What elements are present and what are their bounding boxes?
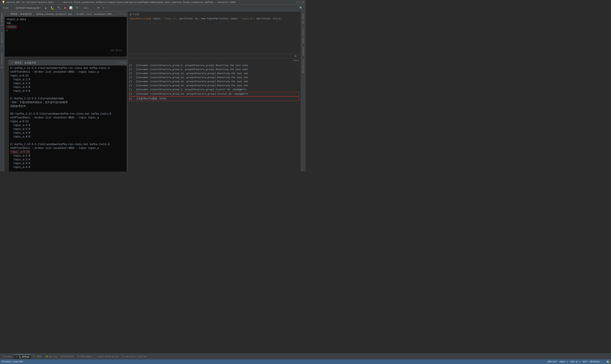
minimize-button[interactable]: ─ bbox=[296, 1, 297, 4]
search-everywhere-button[interactable]: 🔍 bbox=[298, 6, 304, 10]
offset-line-17: topic_a:4:0 bbox=[10, 135, 125, 139]
right-tab-rest[interactable]: RestServices bbox=[302, 59, 305, 73]
offset-blank-3 bbox=[10, 139, 125, 143]
window-controls: ─ □ ✕ bbox=[296, 1, 304, 4]
output-line-1: [] - [Consumer clientId=aurora_group-2, … bbox=[129, 64, 299, 67]
panel-settings-row: ⚙ – bbox=[127, 54, 301, 58]
offset-line-3: topic_a:0:21 bbox=[10, 74, 125, 78]
terminal-close-button[interactable]: ✕ bbox=[124, 13, 125, 15]
run-button[interactable]: ▶ bbox=[44, 5, 48, 11]
right-tab-maven[interactable]: Maven Projects bbox=[302, 27, 305, 43]
terminal-line-2: >bb bbox=[6, 21, 125, 25]
panel-close-icon[interactable]: – bbox=[298, 55, 299, 58]
title-bar: 💡 aurora_dev [E:\project\aurora_dev] – .… bbox=[0, 0, 306, 5]
terminal-offset-title: 管理员: 命令提示符 bbox=[15, 61, 118, 64]
debug-button[interactable]: 🐛 bbox=[49, 6, 55, 10]
terminal-producer-controls: ─ □ ✕ bbox=[118, 13, 125, 15]
offset-line-6: topic_a:3:0 bbox=[10, 85, 125, 89]
terminal-size-indicator: 100 里list bbox=[110, 49, 123, 52]
offset-line-13: topic_a:0:22 bbox=[10, 120, 125, 123]
output-line-5: [] - [Consumer clientId=aurora_group-15,… bbox=[129, 80, 299, 84]
offset-line-8: E:\kafka_2.12-3.5.1\bin\windows>bbb bbox=[10, 97, 125, 101]
code-keyword-new: TopicPartition bbox=[130, 17, 150, 20]
offset-line-5: topic_a:2:0 bbox=[10, 81, 125, 85]
run-output-area: [] - [Consumer clientId=aurora_group-2, … bbox=[127, 63, 301, 171]
title-bar-text: aurora_dev [E:\project\aurora_dev] – ...… bbox=[6, 1, 296, 4]
terminal-line-1: >topic_a data bbox=[6, 18, 125, 21]
terminal-restore-button[interactable]: □ bbox=[121, 13, 122, 15]
terminal-producer-title-bar: ⬛ 管理员: 命令提示符 - kafka-console-producer.ba… bbox=[4, 12, 127, 17]
toolbar-separator-2 bbox=[81, 6, 81, 10]
git-update-button[interactable]: ⟳ bbox=[96, 6, 101, 10]
sidebar-item-favorites[interactable]: 2: Favorites bbox=[1, 32, 3, 47]
close-button[interactable]: ✕ bbox=[302, 1, 304, 4]
offset-line-22: topic_a:2:0 bbox=[10, 158, 125, 162]
code-comma: , partition: 0), new TopicPartition( top… bbox=[176, 17, 241, 20]
offset-line-7: topic_a:4:0 bbox=[10, 89, 125, 93]
sidebar-item-project[interactable]: 1: Project bbox=[1, 13, 3, 26]
code-text-partition: ( topic: bbox=[150, 17, 163, 20]
git-commit-button[interactable]: ✓ bbox=[92, 6, 95, 10]
terminal-offset-restore-button[interactable]: □ bbox=[121, 61, 122, 64]
offset-highlight-23: topic_a:0:23 bbox=[10, 150, 30, 154]
offset-line-23: topic_a:3:0 bbox=[10, 162, 125, 165]
offset-line-2: etOffsetShell --broker-list localhost:90… bbox=[10, 70, 125, 74]
offset-blank-2 bbox=[10, 108, 125, 112]
right-tab-ant-build[interactable]: Ant Build bbox=[302, 13, 305, 24]
offset-line-11: DE:\kafka_2.12-3.5.1\bin\windows>kafka-r… bbox=[10, 112, 125, 116]
toolbar-separator-1 bbox=[11, 6, 11, 10]
left-sidebar: 1: Project 2: Favorites Z: Structure bbox=[0, 12, 4, 171]
offset-line-18: E:\kafka_2.12-3.5.1\bin\windows>kafka-ru… bbox=[10, 143, 125, 146]
panel-output-toolbar: ≡ ⊞ ↺ bbox=[127, 58, 301, 63]
main-toolbar: File ☕ KafkaStreamingJob ▾ ▶ 🐛 🔨 ■ 📊 ⏱ G… bbox=[0, 5, 306, 12]
panel-output-icon-2[interactable]: ⊞ bbox=[295, 59, 297, 62]
offset-line-24: topic_a:4:0 bbox=[10, 165, 125, 169]
panel-settings-icon[interactable]: ⚙ bbox=[294, 54, 296, 58]
maximize-button[interactable]: □ bbox=[299, 1, 301, 4]
offset-line-21: topic_a:1:0 bbox=[10, 154, 125, 158]
code-string-topic-b: "topic_b" bbox=[241, 17, 254, 20]
code-close-partition: , partition: 4)))); bbox=[254, 17, 281, 20]
terminal-offset-controls: ─ □ ✕ bbox=[118, 61, 125, 64]
output-line-9-highlight: [] - 正在处理kafka数据：kkkkk bbox=[129, 97, 299, 101]
output-line-7: [] - [Consumer clientId=aurora_group-2, … bbox=[129, 88, 299, 92]
terminal-highlight-kkkkk: >kkkkk bbox=[6, 26, 16, 29]
terminal-icon: ⬛ bbox=[6, 13, 9, 15]
offset-line-4: topic_a:1:0 bbox=[10, 78, 125, 81]
output-line-3: [] - [Consumer clientId=aurora_group-15,… bbox=[129, 72, 299, 76]
profile-button[interactable]: ⏱ bbox=[75, 6, 80, 10]
output-line-8-highlight: [] - [Consumer clientId=aurora_group-15,… bbox=[129, 92, 299, 96]
main-content: 多个分区 TopicPartition( topic: "topic_a", p… bbox=[4, 12, 301, 171]
stop-button[interactable]: ■ bbox=[63, 6, 67, 10]
git-push-button[interactable]: ⬆ bbox=[102, 6, 106, 10]
right-tab-database[interactable]: Database bbox=[302, 47, 305, 56]
file-menu[interactable]: File bbox=[2, 6, 10, 10]
terminal-line-3: >kkkkk bbox=[6, 25, 125, 29]
run-config-selector[interactable]: ☕ KafkaStreamingJob ▾ bbox=[13, 6, 43, 10]
run-config-icon: ☕ bbox=[14, 7, 15, 9]
code-string-topic-a: "topic_a" bbox=[163, 17, 176, 20]
run-config-dropdown-icon: ▾ bbox=[40, 7, 42, 9]
run-debug-panel: 多个分区 TopicPartition( topic: "topic_a", p… bbox=[127, 12, 301, 171]
terminal-line-4: > bbox=[6, 29, 125, 33]
output-line-2: [] - [Consumer clientId=aurora_group-2, … bbox=[129, 67, 299, 72]
run-section-code: TopicPartition( topic: "topic_a", partit… bbox=[130, 17, 299, 20]
offset-line-15: topic_a:2:0 bbox=[10, 127, 125, 131]
panel-output-icon-3[interactable]: ↺ bbox=[298, 59, 299, 62]
terminal-minimize-button[interactable]: ─ bbox=[118, 13, 119, 15]
build-button[interactable]: 🔨 bbox=[56, 6, 62, 10]
sidebar-item-structure[interactable]: Z: Structure bbox=[1, 53, 3, 68]
offset-line-14: topic_a:1:0 bbox=[10, 123, 125, 127]
terminal-producer-title: 管理员: 命令提示符 - kafka-console-producer.bat … bbox=[10, 13, 118, 16]
terminal-offset-content: E:\kafka_2.12-3.5.1\bin\windows>kafka-ru… bbox=[9, 65, 127, 171]
git-label: Git: bbox=[82, 6, 91, 10]
offset-line-12: etOffsetShell --broker-list localhost:90… bbox=[10, 116, 125, 120]
terminal-offset-minimize-button[interactable]: ─ bbox=[118, 61, 119, 64]
terminal-offset-title-bar: ⬛ 管理员: 命令提示符 ─ □ ✕ bbox=[9, 60, 127, 65]
panel-output-icon-1[interactable]: ≡ bbox=[293, 59, 294, 62]
toolbar-separator-3 bbox=[107, 6, 107, 10]
coverage-button[interactable]: 📊 bbox=[68, 6, 74, 10]
terminal-offset-close-button[interactable]: ✕ bbox=[124, 61, 125, 64]
offset-line-20: topic_a:0:23 bbox=[10, 150, 125, 154]
offset-line-16: topic_a:3:0 bbox=[10, 131, 125, 135]
